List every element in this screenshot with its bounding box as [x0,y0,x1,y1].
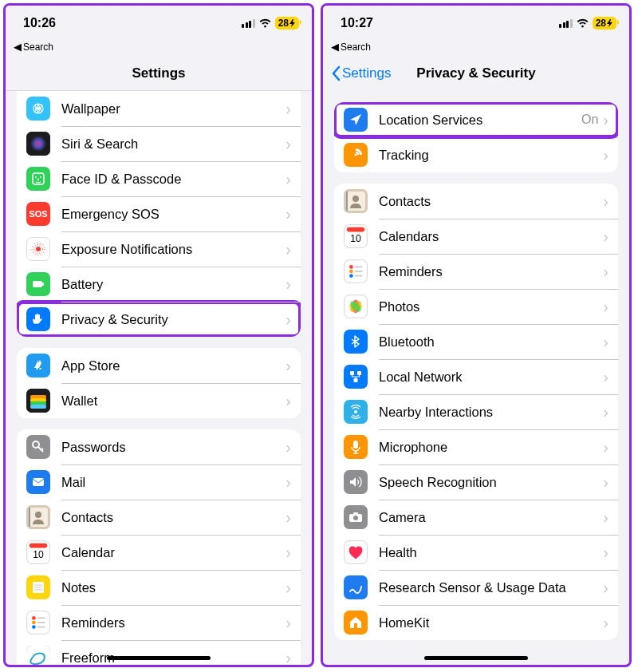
svg-rect-66 [353,441,358,449]
svg-point-68 [353,516,358,520]
row-label: Bluetooth [379,334,603,350]
svg-point-7 [35,176,37,178]
svg-text:10: 10 [33,549,44,560]
svg-rect-22 [33,478,44,486]
mail-icon [26,470,50,494]
chevron-right-icon: › [603,579,608,597]
siri-icon [26,132,50,156]
row-key[interactable]: Passwords› [17,429,301,464]
chevron-right-icon: › [603,438,608,457]
breadcrumb[interactable]: ◀ Search [6,41,312,56]
page-title: Settings [132,65,185,81]
chevron-right-icon: › [603,614,608,632]
breadcrumb[interactable]: ◀ Search [323,41,629,56]
row-label: Contacts [61,510,286,525]
chevron-right-icon: › [286,438,291,457]
chevron-right-icon: › [286,135,291,153]
nearby-icon [344,400,368,424]
speech-icon [344,470,368,494]
privacy-list[interactable]: Location ServicesOn›Tracking›Contacts›10… [323,91,629,665]
row-homekit[interactable]: HomeKit› [334,605,618,640]
row-label: Microphone [379,440,603,455]
row-wallet[interactable]: Wallet› [17,383,301,418]
row-faceid[interactable]: Face ID & Passcode› [17,161,301,196]
row-label: Camera [379,510,603,525]
chevron-right-icon: › [286,275,291,294]
svg-point-52 [349,270,353,274]
row-label: Siri & Search [61,136,286,152]
freeform-icon [26,646,50,665]
row-freeform[interactable]: Freeform› [17,640,301,665]
row-camera[interactable]: Camera› [334,500,618,535]
row-location[interactable]: Location ServicesOn› [334,102,618,137]
home-indicator[interactable] [107,656,211,660]
camera-icon [344,505,368,529]
svg-point-10 [36,247,41,251]
chevron-right-icon: › [286,100,291,118]
row-calendar[interactable]: 10Calendar› [17,535,301,570]
chevron-right-icon: › [286,544,291,562]
row-reminders[interactable]: Reminders› [17,605,301,640]
row-speech[interactable]: Speech Recognition› [334,464,618,500]
chevron-right-icon: › [286,170,291,188]
row-wallpaper[interactable]: Wallpaper› [17,91,301,126]
row-label: Emergency SOS [61,207,286,222]
row-calendars[interactable]: 10Calendars› [334,219,618,254]
svg-rect-71 [354,623,357,628]
row-reminders2[interactable]: Reminders› [334,254,618,289]
privacy-screen: 10:27 28 ◀ Search Settings Privacy & Sec… [321,3,632,667]
row-microphone[interactable]: Microphone› [334,429,618,464]
breadcrumb-label: Search [341,42,371,53]
row-label: Location Services [379,113,581,128]
chevron-right-icon: › [603,403,608,421]
chevron-right-icon: › [286,205,291,223]
settings-group: Location ServicesOn›Tracking› [334,102,618,172]
row-label: Nearby Interactions [379,405,603,420]
svg-rect-62 [350,371,354,375]
faceid-icon [26,167,50,191]
row-label: Exposure Notifications [61,242,286,257]
svg-point-51 [349,265,353,269]
row-tracking[interactable]: Tracking› [334,137,618,172]
row-contacts2[interactable]: Contacts› [334,184,618,219]
back-button[interactable]: Settings [331,65,391,81]
svg-point-42 [355,154,357,156]
row-research[interactable]: Research Sensor & Usage Data› [334,570,618,605]
chevron-right-icon: › [603,146,608,164]
row-hand[interactable]: Privacy & Security› [17,302,301,337]
row-appstore[interactable]: App Store› [17,348,301,383]
row-nearby[interactable]: Nearby Interactions› [334,394,618,429]
row-battery[interactable]: Battery› [17,267,301,302]
svg-rect-48 [347,227,364,232]
svg-rect-14 [42,283,44,286]
row-label: Privacy & Security [61,312,286,327]
key-icon [26,435,50,459]
chevron-right-icon: › [603,298,608,316]
svg-rect-63 [357,371,361,375]
row-mail[interactable]: Mail› [17,464,301,500]
row-label: Face ID & Passcode [61,172,286,187]
svg-point-37 [32,625,36,629]
row-photos[interactable]: Photos› [334,289,618,324]
settings-list[interactable]: Wallpaper›Siri & Search›Face ID & Passco… [6,91,312,665]
row-siri[interactable]: Siri & Search› [17,126,301,161]
row-bluetooth[interactable]: Bluetooth› [334,324,618,359]
microphone-icon [344,435,368,459]
settings-group: Contacts›10Calendars›Reminders›Photos›Bl… [334,184,618,640]
row-contacts[interactable]: Contacts› [17,500,301,535]
row-notes[interactable]: Notes› [17,570,301,605]
svg-rect-69 [353,512,358,515]
homekit-icon [344,611,368,634]
row-label: Research Sensor & Usage Data [379,580,603,595]
row-sos[interactable]: SOSEmergency SOS› [17,196,301,231]
svg-rect-64 [354,378,358,382]
row-health[interactable]: Health› [334,535,618,570]
chevron-right-icon: › [286,473,291,492]
chevron-right-icon: › [603,111,608,129]
svg-rect-28 [30,544,47,548]
row-localnet[interactable]: Local Network› [334,359,618,394]
row-exposure[interactable]: Exposure Notifications› [17,231,301,267]
home-indicator[interactable] [424,656,528,660]
chevron-left-icon: ◀ [331,41,339,53]
chevron-right-icon: › [286,240,291,259]
